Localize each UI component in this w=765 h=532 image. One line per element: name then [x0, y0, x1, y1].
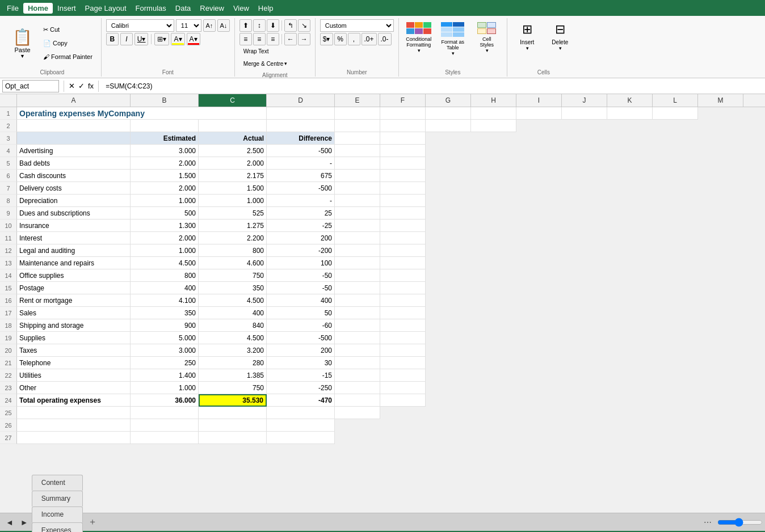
rownum-27[interactable]: 27 — [0, 432, 17, 444]
cell-13-f[interactable] — [380, 257, 426, 269]
cell-12-e[interactable] — [335, 244, 380, 257]
cell-18-b[interactable]: 900 — [131, 319, 199, 332]
cell-15-e[interactable] — [335, 282, 380, 294]
rownum-22[interactable]: 22 — [0, 369, 17, 382]
font-name-select[interactable]: Calibri — [106, 19, 174, 32]
rownum-20[interactable]: 20 — [0, 344, 17, 357]
rownum-3[interactable]: 3 — [0, 132, 17, 145]
cell-5-a[interactable]: Bad debts — [17, 157, 131, 170]
cell-26d[interactable] — [267, 419, 335, 432]
cell-7-e[interactable] — [335, 182, 380, 195]
cell-11-f[interactable] — [380, 232, 426, 244]
cell-18-f[interactable] — [380, 319, 426, 332]
align-center-button[interactable]: ≡ — [253, 33, 266, 45]
rownum-8[interactable]: 8 — [0, 195, 17, 207]
sheet-tab-income[interactable]: Income — [32, 506, 83, 522]
number-format-select[interactable]: Custom — [320, 19, 394, 32]
cell-25b[interactable] — [131, 407, 199, 419]
cell-8-d[interactable]: - — [267, 195, 335, 207]
cell-4-b[interactable]: 3.000 — [131, 145, 199, 157]
fill-color-button[interactable]: A▾ — [171, 33, 184, 45]
header-e[interactable] — [335, 132, 380, 145]
cell-20-d[interactable]: 200 — [267, 344, 335, 357]
sheet-tab-expenses[interactable]: Expenses — [32, 522, 83, 533]
cell-17-c[interactable]: 400 — [199, 307, 267, 319]
rownum-13[interactable]: 13 — [0, 257, 17, 269]
decrease-indent-button[interactable]: ← — [284, 33, 297, 45]
cell-5-c[interactable]: 2.000 — [199, 157, 267, 170]
cell-20-f[interactable] — [380, 344, 426, 357]
cell-5-d[interactable]: - — [267, 157, 335, 170]
cell-15-d[interactable]: -50 — [267, 282, 335, 294]
cell-21-c[interactable]: 280 — [199, 357, 267, 369]
cell-22-a[interactable]: Utilities — [17, 369, 131, 382]
cell-4-c[interactable]: 2.500 — [199, 145, 267, 157]
align-middle-button[interactable]: ↕ — [253, 19, 266, 32]
col-header-g[interactable]: G — [426, 94, 471, 107]
cell-7-a[interactable]: Delivery costs — [17, 182, 131, 195]
cell-14-a[interactable]: Office supplies — [17, 269, 131, 282]
cell-25e[interactable] — [335, 407, 380, 419]
font-size-select[interactable]: 11 — [176, 19, 201, 32]
cell-4-a[interactable]: Advertising — [17, 145, 131, 157]
cell-16-b[interactable]: 4.100 — [131, 294, 199, 307]
rownum-21[interactable]: 21 — [0, 357, 17, 369]
formula-input[interactable] — [103, 82, 763, 90]
cell-2c[interactable] — [199, 120, 267, 132]
cell-19-c[interactable]: 4.500 — [199, 332, 267, 344]
accounting-format-button[interactable]: $▾ — [320, 33, 333, 45]
cell-9-b[interactable]: 500 — [131, 207, 199, 219]
cell-27d[interactable] — [267, 432, 335, 444]
cell-10-b[interactable]: 1.300 — [131, 219, 199, 232]
cell-1m[interactable] — [653, 107, 698, 120]
cell-14-d[interactable]: -50 — [267, 269, 335, 282]
cell-16-a[interactable]: Rent or mortgage — [17, 294, 131, 307]
col-header-j[interactable]: J — [562, 94, 607, 107]
cell-25d[interactable] — [267, 407, 335, 419]
cell-8-b[interactable]: 1.000 — [131, 195, 199, 207]
cell-8-c[interactable]: 1.000 — [199, 195, 267, 207]
cell-23-b[interactable]: 1.000 — [131, 382, 199, 394]
menu-formulas[interactable]: Formulas — [131, 3, 171, 14]
align-right-button[interactable]: ≡ — [267, 33, 279, 45]
cell-25a[interactable] — [17, 407, 131, 419]
tabs-scroll-left[interactable]: ⋯ — [701, 517, 714, 528]
cell-13-a[interactable]: Maintenance and repairs — [17, 257, 131, 269]
cell-4-e[interactable] — [335, 145, 380, 157]
sheet-tab-summary[interactable]: Summary — [32, 491, 83, 506]
delete-button[interactable]: ⊟ Delete ▾ — [545, 19, 575, 59]
align-top-button[interactable]: ⬆ — [239, 19, 252, 32]
cell-2g[interactable] — [426, 120, 471, 132]
cell-22-d[interactable]: -15 — [267, 369, 335, 382]
cell-24-f[interactable] — [380, 394, 426, 407]
menu-page-layout[interactable]: Page Layout — [81, 3, 131, 14]
cell-10-a[interactable]: Insurance — [17, 219, 131, 232]
rownum-15[interactable]: 15 — [0, 282, 17, 294]
col-header-a[interactable]: A — [17, 94, 131, 107]
cell-25c[interactable] — [199, 407, 267, 419]
cell-23-a[interactable]: Other — [17, 382, 131, 394]
cell-12-d[interactable]: -200 — [267, 244, 335, 257]
merge-centre-button[interactable]: Merge & Centre ▾ — [239, 57, 292, 70]
cell-5-f[interactable] — [380, 157, 426, 170]
cell-21-a[interactable]: Telephone — [17, 357, 131, 369]
cell-22-c[interactable]: 1.385 — [199, 369, 267, 382]
cell-21-d[interactable]: 30 — [267, 357, 335, 369]
cell-1e[interactable] — [267, 107, 335, 120]
cell-17-d[interactable]: 50 — [267, 307, 335, 319]
rownum-4[interactable]: 4 — [0, 145, 17, 157]
cell-4-d[interactable]: -500 — [267, 145, 335, 157]
header-f[interactable] — [380, 132, 426, 145]
rownum-23[interactable]: 23 — [0, 382, 17, 394]
cell-13-d[interactable]: 100 — [267, 257, 335, 269]
paste-button[interactable]: 📋 Paste ▼ — [8, 26, 37, 61]
add-sheet-button[interactable]: ＋ — [83, 514, 102, 530]
col-header-l[interactable]: L — [653, 94, 698, 107]
cell-12-c[interactable]: 800 — [199, 244, 267, 257]
cell-1g[interactable] — [380, 107, 426, 120]
cell-6-c[interactable]: 2.175 — [199, 170, 267, 182]
cell-14-e[interactable] — [335, 269, 380, 282]
cell-8-e[interactable] — [335, 195, 380, 207]
cell-6-e[interactable] — [335, 170, 380, 182]
title-cell[interactable]: Operating expenses MyCompany — [17, 107, 267, 120]
